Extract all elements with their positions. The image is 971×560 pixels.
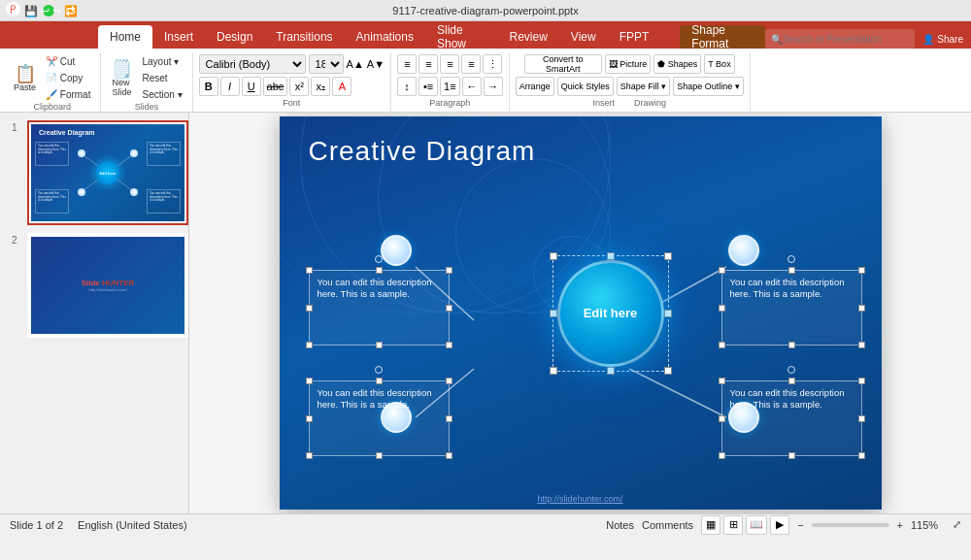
tab-insert[interactable]: Insert (152, 25, 205, 49)
columns[interactable]: ⋮ (483, 54, 502, 74)
cut-button[interactable]: ✂️ Cut (42, 54, 94, 69)
paste-button[interactable]: 📋 Paste (10, 63, 40, 94)
line-spacing[interactable]: ↕ (397, 77, 417, 96)
section-button[interactable]: Section ▾ (138, 87, 185, 102)
tb-handle[interactable] (446, 342, 452, 348)
tb-handle[interactable] (719, 267, 725, 274)
rotate-handle[interactable] (787, 255, 795, 263)
textbox-br[interactable]: You can edit this description here. This… (721, 380, 862, 456)
slide-sorter[interactable]: ⊞ (723, 515, 743, 535)
tb-handle[interactable] (446, 415, 452, 422)
numbered-list[interactable]: 1≡ (440, 77, 460, 96)
rotate-handle[interactable] (787, 366, 795, 374)
tb-handle[interactable] (858, 378, 865, 384)
tb-handle[interactable] (788, 452, 795, 459)
font-color-button[interactable]: A (332, 77, 352, 96)
tb-handle[interactable] (788, 267, 795, 274)
quick-styles[interactable]: Quick Styles (557, 77, 614, 96)
slide-1-thumbnail[interactable]: Creative Diagram (27, 120, 188, 225)
tb-handle[interactable] (446, 267, 452, 274)
share-button[interactable]: 👤Share (922, 34, 963, 45)
search-input[interactable] (783, 34, 909, 45)
tb-handle[interactable] (306, 305, 313, 312)
rotate-handle[interactable] (375, 255, 383, 263)
undo-qat[interactable]: ↩ (41, 5, 50, 17)
decrease-font[interactable]: A▼ (367, 58, 385, 70)
textbox-tl[interactable]: You can edit this description here. This… (309, 270, 450, 346)
format-button[interactable]: 🖌️ Format (42, 87, 94, 102)
tb-handle[interactable] (306, 452, 313, 459)
tb-handle[interactable] (858, 305, 865, 312)
align-center[interactable]: ≡ (419, 54, 438, 74)
tab-shapeformat[interactable]: Shape Format (680, 25, 765, 49)
slide-link[interactable]: http://slidehunter.com/ (537, 494, 622, 504)
tb-handle[interactable] (306, 415, 313, 422)
superscript-button[interactable]: x² (289, 77, 309, 96)
reset-button[interactable]: Reset (138, 71, 185, 85)
center-circle[interactable]: Edit here (557, 260, 664, 367)
textbox-tr[interactable]: You can edit this description here. This… (721, 270, 862, 346)
tb-handle[interactable] (858, 267, 865, 274)
tab-animations[interactable]: Animations (345, 25, 425, 49)
tb-handle[interactable] (719, 305, 725, 312)
save-qat[interactable]: 💾 (24, 5, 38, 17)
tb-handle[interactable] (376, 452, 383, 459)
zoom-in[interactable]: + (897, 519, 903, 531)
tb-handle[interactable] (719, 342, 725, 348)
align-right[interactable]: ≡ (440, 54, 459, 74)
tb-handle[interactable] (446, 452, 452, 459)
handle-tl[interactable] (550, 252, 557, 260)
tb-handle[interactable] (788, 342, 795, 348)
picture-button[interactable]: 🖼 Picture (605, 54, 652, 74)
tb-handle[interactable] (719, 378, 725, 384)
tb-handle[interactable] (858, 452, 865, 459)
increase-font[interactable]: A▲ (347, 58, 364, 70)
convert-smartart[interactable]: Convert to SmartArt (524, 54, 602, 74)
tb-handle[interactable] (788, 378, 795, 384)
handle-tm[interactable] (607, 252, 615, 260)
handle-mr[interactable] (664, 310, 672, 317)
tb-handle[interactable] (376, 342, 383, 348)
tb-handle[interactable] (719, 452, 725, 459)
zoom-slider[interactable] (812, 523, 889, 527)
copy-button[interactable]: 📄 Copy (42, 71, 94, 85)
tb-handle[interactable] (376, 378, 383, 384)
tab-design[interactable]: Design (205, 25, 264, 49)
handle-br[interactable] (664, 367, 672, 375)
indent-dec[interactable]: ← (462, 77, 482, 96)
tab-home[interactable]: Home (98, 25, 152, 49)
subscript-button[interactable]: x₂ (311, 77, 330, 96)
handle-bl[interactable] (550, 367, 557, 375)
notes-button[interactable]: Notes (606, 519, 634, 531)
zoom-out[interactable]: − (797, 519, 803, 531)
tb-handle[interactable] (858, 415, 865, 422)
handle-tr[interactable] (664, 252, 672, 260)
zoom-level[interactable]: 115% (911, 519, 945, 531)
underline-button[interactable]: U (242, 77, 261, 96)
fit-window[interactable]: ⤢ (953, 518, 961, 531)
tab-view[interactable]: View (559, 25, 608, 49)
strikethrough-button[interactable]: abc (263, 77, 288, 96)
italic-button[interactable]: I (220, 77, 240, 96)
slide-2-thumbnail[interactable]: Slide HUNTER http://slidehunter.com/ (27, 233, 188, 338)
tab-transitions[interactable]: Transitions (264, 25, 344, 49)
redo-qat[interactable]: ↪ (52, 5, 61, 17)
textbox-bl[interactable]: You can edit this description here. This… (309, 380, 450, 456)
normal-view[interactable]: ▦ (701, 515, 720, 535)
reading-view[interactable]: 📖 (746, 515, 767, 535)
tb-handle[interactable] (446, 305, 452, 312)
shape-outline[interactable]: Shape Outline ▾ (673, 77, 744, 96)
font-name-select[interactable]: Calibri (Body) (199, 54, 306, 74)
shape-fill[interactable]: Shape Fill ▾ (617, 77, 671, 96)
handle-ml[interactable] (550, 310, 557, 317)
tb-handle[interactable] (446, 378, 452, 384)
bullet-list[interactable]: •≡ (419, 77, 438, 96)
align-left[interactable]: ≡ (397, 54, 417, 74)
comments-button[interactable]: Comments (642, 519, 693, 531)
app-icon[interactable]: 🅟 (6, 2, 21, 19)
new-slide-button[interactable]: 🗒️ NewSlide (107, 58, 136, 99)
rotate-handle[interactable] (375, 366, 383, 374)
repeat-qat[interactable]: 🔁 (64, 5, 78, 17)
tb-handle[interactable] (306, 378, 313, 384)
slideshow-view[interactable]: ▶ (770, 515, 789, 535)
